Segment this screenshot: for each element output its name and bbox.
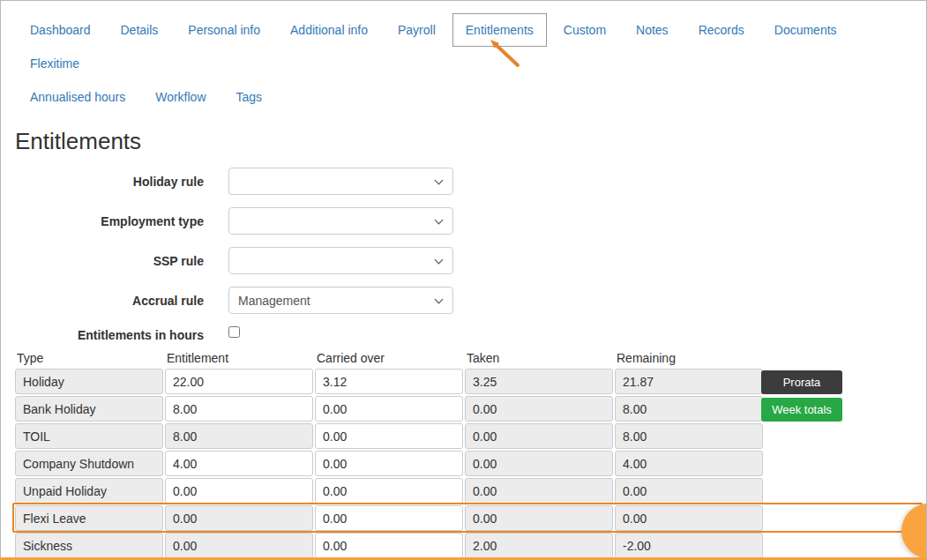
- tab-custom[interactable]: Custom: [550, 13, 619, 47]
- taken-input: [465, 478, 613, 504]
- type-cell: Unpaid Holiday: [15, 478, 163, 504]
- tab-workflow[interactable]: Workflow: [142, 80, 219, 114]
- tab-entitlements[interactable]: Entitlements: [452, 13, 547, 47]
- entitlements-table: Type Entitlement Carried over Taken Rema…: [15, 351, 912, 560]
- employment-type-select[interactable]: [228, 207, 453, 235]
- carried-over-input[interactable]: [315, 423, 463, 449]
- entitlement-input: [165, 505, 313, 531]
- entitlement-input[interactable]: [165, 369, 313, 394]
- field-label: Accrual rule: [1, 294, 204, 308]
- taken-input: [465, 505, 613, 531]
- remaining-input: [615, 396, 763, 422]
- table-row: Unpaid Holiday: [15, 478, 912, 504]
- type-cell: Flexi Leave: [15, 505, 163, 531]
- tab-flexitime[interactable]: Flexitime: [17, 47, 93, 80]
- type-cell: Sickness: [15, 533, 163, 558]
- remaining-input: [615, 505, 763, 531]
- carried-over-input[interactable]: [315, 369, 463, 394]
- field-label: Employment type: [1, 214, 204, 228]
- carried-over-input[interactable]: [315, 478, 463, 504]
- table-row: TOIL: [15, 423, 912, 449]
- entitlement-input[interactable]: [165, 478, 313, 504]
- entitlements-in-hours-label: Entitlements in hours: [1, 326, 204, 342]
- header-carried-over: Carried over: [315, 351, 463, 365]
- tab-bar: DashboardDetailsPersonal infoAdditional …: [1, 1, 926, 114]
- taken-input: [465, 533, 613, 558]
- remaining-input: [615, 369, 763, 394]
- tab-notes[interactable]: Notes: [623, 13, 682, 47]
- select-value: Management: [238, 294, 310, 308]
- ssp-rule-select[interactable]: [228, 247, 453, 274]
- remaining-input: [615, 478, 763, 504]
- entitlement-input[interactable]: [165, 451, 313, 476]
- carried-over-input[interactable]: [315, 396, 463, 422]
- tab-dashboard[interactable]: Dashboard: [17, 13, 104, 47]
- form-field-row: Employment type: [1, 207, 926, 235]
- carried-over-input[interactable]: [315, 533, 463, 558]
- table-row: Flexi Leave: [15, 505, 912, 531]
- table-row: Company Shutdown: [15, 451, 912, 476]
- tab-documents[interactable]: Documents: [761, 13, 850, 47]
- header-remaining: Remaining: [615, 351, 763, 365]
- form-field-row: Accrual rule Management: [1, 287, 926, 314]
- chevron-down-icon: [435, 295, 444, 304]
- form-field-row: Holiday rule: [1, 168, 926, 195]
- entitlement-input[interactable]: [165, 396, 313, 422]
- field-label: Holiday rule: [1, 175, 204, 189]
- taken-input: [465, 451, 613, 476]
- chevron-down-icon: [435, 256, 444, 265]
- chevron-down-icon: [435, 176, 444, 185]
- tab-additional-info[interactable]: Additional info: [277, 13, 381, 47]
- remaining-input: [615, 423, 763, 449]
- tab-records[interactable]: Records: [685, 13, 758, 47]
- holiday-rule-select[interactable]: [228, 168, 453, 195]
- form-field-row: SSP rule: [1, 247, 926, 274]
- tab-personal-info[interactable]: Personal info: [175, 13, 273, 47]
- entitlement-input: [165, 533, 313, 558]
- entitlements-form: Holiday rule Employment type SSP rule Ac…: [1, 168, 926, 314]
- remaining-input: [615, 451, 763, 476]
- taken-input: [465, 369, 613, 394]
- header-type: Type: [15, 351, 163, 365]
- page-title: Entitlements: [15, 128, 926, 155]
- accrual-rule-select[interactable]: Management: [228, 287, 453, 314]
- carried-over-input[interactable]: [315, 505, 463, 531]
- tab-annualised-hours[interactable]: Annualised hours: [17, 80, 138, 114]
- type-cell: TOIL: [15, 423, 163, 449]
- entitlements-in-hours-checkbox[interactable]: [228, 326, 240, 338]
- chevron-down-icon: [435, 216, 444, 225]
- taken-input: [465, 396, 613, 422]
- tab-tags[interactable]: Tags: [223, 80, 276, 114]
- taken-input: [465, 423, 613, 449]
- table-header-row: Type Entitlement Carried over Taken Rema…: [15, 351, 912, 365]
- employee-entitlements-page: DashboardDetailsPersonal infoAdditional …: [0, 0, 927, 560]
- type-cell: Holiday: [15, 369, 163, 394]
- type-cell: Bank Holiday: [15, 396, 163, 422]
- prorata-button[interactable]: Prorata: [761, 370, 842, 394]
- week-totals-button[interactable]: Week totals: [761, 398, 842, 422]
- tab-details[interactable]: Details: [108, 13, 172, 47]
- remaining-input: [615, 533, 763, 558]
- tab-payroll[interactable]: Payroll: [385, 13, 449, 47]
- type-cell: Company Shutdown: [15, 451, 163, 476]
- header-taken: Taken: [465, 351, 613, 365]
- table-row: Sickness: [15, 533, 912, 558]
- entitlements-in-hours-row: Entitlements in hours: [1, 326, 926, 342]
- entitlement-input: [165, 423, 313, 449]
- field-label: SSP rule: [1, 254, 204, 268]
- tab-row-1: DashboardDetailsPersonal infoAdditional …: [15, 13, 914, 80]
- header-entitlement: Entitlement: [165, 351, 313, 365]
- tab-row-2: Annualised hoursWorkflowTags: [15, 80, 914, 114]
- carried-over-input[interactable]: [315, 451, 463, 476]
